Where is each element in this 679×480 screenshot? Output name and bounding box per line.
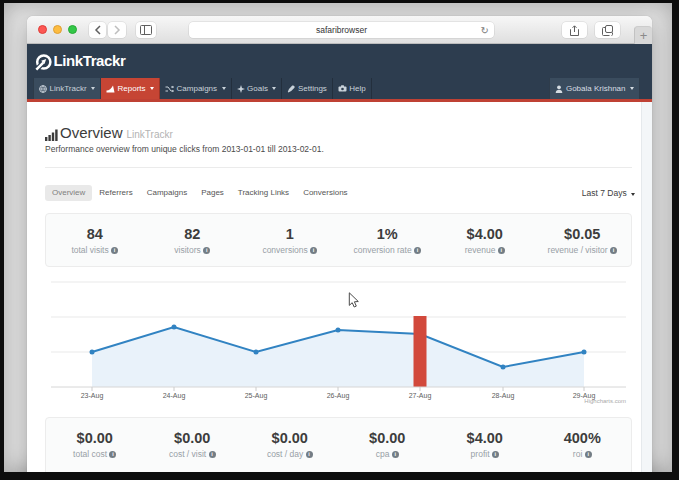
svg-text:27-Aug: 27-Aug xyxy=(409,392,432,400)
svg-text:Highcharts.com: Highcharts.com xyxy=(584,398,626,404)
svg-text:24-Aug: 24-Aug xyxy=(163,392,186,400)
svg-text:28-Aug: 28-Aug xyxy=(492,392,515,400)
svg-text:25-Aug: 25-Aug xyxy=(245,392,268,400)
svg-text:23-Aug: 23-Aug xyxy=(81,392,104,400)
svg-text:26-Aug: 26-Aug xyxy=(327,392,350,400)
